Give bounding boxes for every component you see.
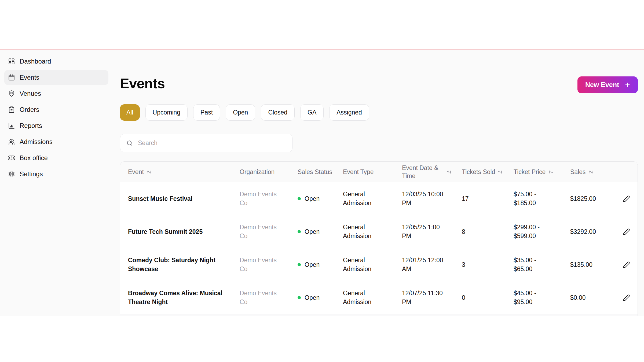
organization: Demo Events Co (240, 248, 298, 281)
ticket-icon (8, 154, 15, 161)
tickets-sold: 3 (462, 248, 514, 281)
column-header-sales[interactable]: Sales (570, 162, 620, 182)
filter-chip-open[interactable]: Open (226, 104, 255, 121)
sales-amount: $1825.00 (570, 182, 620, 215)
column-header-event[interactable]: Event (128, 162, 240, 182)
edit-event-button[interactable] (620, 226, 632, 238)
sidebar-item-venues[interactable]: Venues (4, 86, 108, 101)
column-header-event-type: Event Type (343, 162, 402, 182)
sidebar-item-label: Venues (20, 90, 41, 97)
table-row[interactable]: Comedy Club: Saturday Night Showcase Dem… (120, 248, 638, 281)
column-header-actions (620, 162, 638, 182)
sort-icon (497, 169, 503, 175)
sales-status: Open (298, 215, 343, 248)
sales-status: Open (298, 182, 343, 215)
pencil-icon (623, 294, 630, 301)
gear-icon (8, 171, 15, 178)
filter-chip-all[interactable]: All (120, 104, 140, 121)
status-label: Open (305, 194, 320, 203)
actions-cell (620, 248, 638, 281)
sidebar-item-orders[interactable]: Orders (4, 102, 108, 117)
users-icon (8, 138, 15, 145)
actions-cell (620, 182, 638, 215)
tickets-sold: 8 (462, 215, 514, 248)
event-name: Sunset Music Festival (128, 182, 240, 215)
event-type: General Admission (343, 215, 402, 248)
filter-chip-ga[interactable]: GA (300, 104, 324, 121)
table-footer (120, 314, 638, 316)
organization: Demo Events Co (240, 215, 298, 248)
status-dot-icon (298, 296, 301, 299)
sales-status: Open (298, 248, 343, 281)
sales-amount: $135.00 (570, 248, 620, 281)
pencil-icon (623, 228, 630, 235)
search-box (120, 134, 292, 152)
tickets-sold: 0 (462, 281, 514, 314)
sales-status: Open (298, 281, 343, 314)
app-frame: Dashboard Events Venues Orders Reports A… (0, 49, 644, 316)
status-label: Open (305, 293, 320, 302)
sidebar-item-label: Box office (20, 154, 48, 162)
filter-chip-upcoming[interactable]: Upcoming (145, 104, 188, 121)
column-header-organization: Organization (240, 162, 298, 182)
new-event-label: New Event (585, 81, 619, 89)
edit-event-button[interactable] (620, 291, 632, 304)
page-title: Events (120, 75, 638, 91)
actions-cell (620, 215, 638, 248)
actions-cell (620, 281, 638, 314)
sort-icon (447, 169, 452, 175)
sort-icon (146, 169, 152, 175)
filter-chip-past[interactable]: Past (193, 104, 220, 121)
table-row[interactable]: Sunset Music Festival Demo Events Co Ope… (120, 182, 638, 215)
ticket-price: $75.00 - $185.00 (514, 182, 570, 215)
status-label: Open (305, 260, 320, 269)
sidebar-item-label: Reports (20, 122, 42, 130)
main-content: New Event + Events All Upcoming Past Ope… (113, 50, 644, 316)
event-type: General Admission (343, 182, 402, 215)
sidebar-item-label: Admissions (20, 138, 53, 146)
map-pin-icon (8, 90, 15, 97)
new-event-button[interactable]: New Event + (577, 76, 638, 93)
search-icon (126, 140, 133, 147)
sidebar-item-label: Events (20, 74, 39, 81)
column-header-tickets-sold[interactable]: Tickets Sold (462, 162, 514, 182)
clipboard-icon (8, 106, 15, 113)
status-dot-icon (298, 263, 301, 266)
event-datetime: 12/01/25 12:00 AM (402, 248, 462, 281)
filter-chip-closed[interactable]: Closed (261, 104, 295, 121)
status-dot-icon (298, 197, 301, 200)
table-header-row: Event Organization Sales Status Event Ty… (120, 162, 638, 182)
event-type: General Admission (343, 281, 402, 314)
sidebar-item-reports[interactable]: Reports (4, 118, 108, 133)
edit-event-button[interactable] (620, 258, 632, 271)
sidebar: Dashboard Events Venues Orders Reports A… (0, 50, 113, 316)
pencil-icon (623, 261, 630, 268)
sidebar-item-label: Dashboard (20, 58, 51, 65)
column-header-ticket-price[interactable]: Ticket Price (514, 162, 570, 182)
table-row[interactable]: Broadway Comes Alive: Musical Theatre Ni… (120, 281, 638, 314)
sidebar-item-label: Settings (20, 170, 43, 178)
table-row[interactable]: Future Tech Summit 2025 Demo Events Co O… (120, 215, 638, 248)
filter-chip-assigned[interactable]: Assigned (329, 104, 369, 121)
bar-chart-icon (8, 122, 15, 129)
column-header-event-date[interactable]: Event Date & Time (402, 162, 462, 182)
edit-event-button[interactable] (620, 193, 632, 205)
sidebar-item-settings[interactable]: Settings (4, 167, 108, 182)
pencil-icon (623, 195, 630, 202)
event-datetime: 12/03/25 10:00 PM (402, 182, 462, 215)
organization: Demo Events Co (240, 182, 298, 215)
ticket-price: $35.00 - $65.00 (514, 248, 570, 281)
sidebar-item-label: Orders (20, 106, 39, 113)
event-datetime: 12/07/25 11:30 PM (402, 281, 462, 314)
event-name: Comedy Club: Saturday Night Showcase (128, 248, 240, 281)
sort-icon (588, 169, 594, 175)
sidebar-item-admissions[interactable]: Admissions (4, 134, 108, 149)
search-input[interactable] (137, 139, 286, 147)
event-name: Broadway Comes Alive: Musical Theatre Ni… (128, 281, 240, 314)
organization: Demo Events Co (240, 281, 298, 314)
ticket-price: $299.00 - $599.00 (514, 215, 570, 248)
sort-icon (548, 169, 554, 175)
sidebar-item-events[interactable]: Events (4, 70, 108, 85)
sidebar-item-box-office[interactable]: Box office (4, 150, 108, 165)
sidebar-item-dashboard[interactable]: Dashboard (4, 54, 108, 69)
